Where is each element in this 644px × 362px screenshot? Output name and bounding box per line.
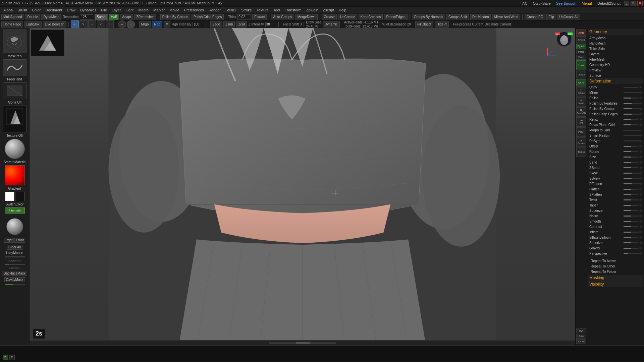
deform-item-16[interactable]: Skew▷ <box>588 170 643 176</box>
clear-all-btn[interactable]: Clear All <box>7 245 22 250</box>
deform-slider-10[interactable] <box>624 140 640 141</box>
rotate-btn[interactable]: ↻ <box>106 20 114 28</box>
front-btn[interactable]: Front <box>14 238 25 243</box>
mrgb-btn[interactable]: Mrgb <box>139 21 151 27</box>
crease-pg-btn[interactable]: Crease PG <box>525 14 545 20</box>
menu-marker[interactable]: Marker <box>151 8 167 12</box>
crease-btn[interactable]: Crease <box>322 14 337 20</box>
deform-slider-24[interactable] <box>624 216 638 217</box>
scale-btn[interactable]: ⤢ <box>97 20 105 28</box>
multi-append-btn[interactable]: MultiAppend <box>1 14 24 20</box>
masking-section-title[interactable]: Masking <box>588 275 643 281</box>
dyna-mesh-btn[interactable]: DynaMesh <box>41 14 61 20</box>
deform-slider-30[interactable] <box>624 248 638 249</box>
deform-slider-20[interactable] <box>624 194 638 195</box>
quick-save-btn[interactable]: QuickSave <box>531 1 553 6</box>
maximize-icon[interactable]: □ <box>631 1 636 6</box>
close-icon[interactable]: ✕ <box>637 1 643 6</box>
menu-texture[interactable]: Texture <box>255 8 271 12</box>
deform-slider-15[interactable] <box>624 167 638 168</box>
repeat-to-folder-item[interactable]: Repeat To Folder <box>589 269 642 274</box>
local-btn[interactable]: Local <box>576 60 586 70</box>
hide-pt-btn[interactable]: HidePt <box>435 21 449 27</box>
draw-mode-icon[interactable]: D <box>9 355 15 360</box>
array-mesh-item[interactable]: ArrayMesh <box>588 35 643 41</box>
deform-item-7[interactable]: Relax Plane Grid▷▷ <box>588 122 643 127</box>
menu-alpha[interactable]: Alpha <box>1 8 15 12</box>
deform-slider-25[interactable] <box>624 221 638 222</box>
deform-slider-31[interactable] <box>624 253 640 254</box>
menu-tool[interactable]: Tool <box>271 8 282 12</box>
light-box-btn[interactable]: LightBox <box>24 21 42 27</box>
deform-item-14[interactable]: Bend▷▷ <box>588 160 643 165</box>
zadd-btn[interactable]: Zadd <box>210 21 222 27</box>
deform-slider-16[interactable] <box>624 173 640 174</box>
menu-color[interactable]: Color <box>30 8 43 12</box>
deform-slider-0[interactable] <box>624 87 638 88</box>
deform-item-29[interactable]: Spherize▷▷ <box>588 240 643 245</box>
deform-item-23[interactable]: Squeeze▷▷ <box>588 208 643 213</box>
menu-layer[interactable]: Layer <box>110 8 123 12</box>
half-btn[interactable]: Half <box>109 14 119 20</box>
deform-item-18[interactable]: RFlatten▷ <box>588 181 643 186</box>
transp-btn[interactable]: Transp <box>576 147 586 157</box>
flip-btn[interactable]: Flip <box>546 14 556 20</box>
menu-preferences[interactable]: Preferences <box>182 8 206 12</box>
deform-item-0[interactable]: Unify▷▷ <box>588 84 643 90</box>
deform-slider-27[interactable] <box>624 232 638 233</box>
nav-gizmo[interactable]: +X +Y <box>546 31 573 58</box>
fill-circle-btn[interactable]: ● <box>118 20 126 28</box>
dynamics-side-btn[interactable]: Dyn <box>576 328 586 333</box>
deform-item-3[interactable]: Polish By Features▷ <box>588 101 643 106</box>
fill-object-btn[interactable]: FillObject <box>415 21 433 27</box>
see-through-btn[interactable]: See-through <box>554 1 579 6</box>
spix3-btn[interactable]: SPix 3 <box>576 38 586 43</box>
default2script-btn[interactable]: Default2Script <box>595 1 623 6</box>
deform-slider-7[interactable] <box>624 124 638 125</box>
deform-slider-17[interactable] <box>624 178 640 179</box>
merge-down-btn[interactable]: MergeDown <box>296 14 318 20</box>
deform-item-5[interactable]: Polish Crisp Edges▷ <box>588 111 643 117</box>
deform-slider-28[interactable] <box>624 237 638 238</box>
deform-slider-18[interactable] <box>624 183 640 184</box>
menu-transform[interactable]: Transform <box>283 8 304 12</box>
menu-draw[interactable]: Draw <box>65 8 77 12</box>
menu-zplugin[interactable]: Zplugin <box>304 8 320 12</box>
polish-crisp-edges-btn[interactable]: Polish Crisp Edges <box>192 14 224 20</box>
m-btn[interactable]: M <box>164 21 170 27</box>
deform-slider-19[interactable] <box>624 189 638 190</box>
deform-item-4[interactable]: Polish By Groups▷ <box>588 106 643 111</box>
material-ball[interactable] <box>5 139 25 159</box>
del-hidden-btn[interactable]: Del Hidden <box>470 14 491 20</box>
move-tool-btn[interactable]: ✛ Move <box>576 97 586 107</box>
lazy-mouse-label[interactable]: LazyMouse <box>6 251 23 255</box>
groups-by-normals-btn[interactable]: Groups By Normals <box>412 14 445 20</box>
frame-btn[interactable]: ⬚ Frame <box>576 87 586 97</box>
color-picker[interactable] <box>5 165 25 185</box>
bpr-btn[interactable]: BPR <box>576 29 586 37</box>
deform-item-19[interactable]: Flatten▷▷ <box>588 186 643 192</box>
right-btn[interactable]: Rght <box>4 238 14 243</box>
alternate-btn[interactable]: Alternate <box>5 207 25 214</box>
deform-item-27[interactable]: Inflate▷▷ <box>588 229 643 235</box>
deform-item-26[interactable]: Contrast▷▷ <box>588 224 643 229</box>
home-page-btn[interactable]: Home Page <box>1 21 23 27</box>
deform-slider-22[interactable] <box>624 205 638 206</box>
frozen-btn[interactable]: ❄ Frozen <box>576 137 586 147</box>
dynamo-btn[interactable]: Dynam <box>576 44 586 49</box>
menu-help[interactable]: Help <box>337 8 348 12</box>
polish-by-groups-btn[interactable]: Polish By Groups <box>160 14 190 20</box>
scroll-thumb[interactable] <box>296 342 310 344</box>
menu-movie[interactable]: Movie <box>167 8 181 12</box>
dynamic-btn[interactable]: Dynamic <box>323 21 340 27</box>
thick-skin-item[interactable]: Thick Skin <box>588 46 643 51</box>
deform-item-9[interactable]: Smart ReSym▷ <box>588 133 643 138</box>
poly-f-btn[interactable]: PolyF <box>576 127 586 137</box>
keep-creases-btn[interactable]: KeepCreases <box>359 14 383 20</box>
live-boolean-btn[interactable]: Live Boolean <box>43 21 66 27</box>
double-btn[interactable]: Double <box>25 14 40 20</box>
deform-slider-1[interactable] <box>624 92 640 93</box>
deform-item-2[interactable]: Polish▷▷ <box>588 95 643 101</box>
draw-btn[interactable]: ✎ <box>79 20 88 28</box>
deform-item-31[interactable]: Perspective▷ <box>588 251 643 256</box>
